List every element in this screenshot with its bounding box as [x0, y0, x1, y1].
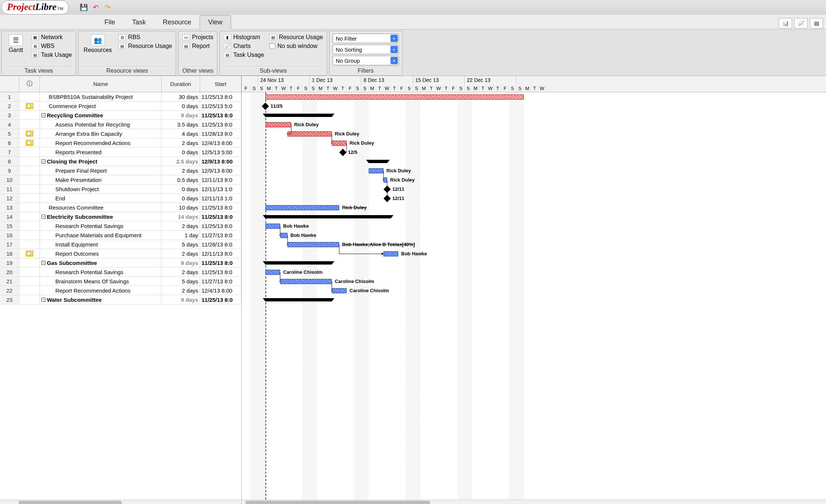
- cell-name[interactable]: −Recycling Committee: [40, 111, 162, 120]
- cell-start[interactable]: 12/4/13 8:00: [200, 286, 241, 295]
- wbs-button[interactable]: ⊞WBS: [31, 42, 73, 50]
- row-number[interactable]: 7: [0, 148, 19, 156]
- cell-name[interactable]: Report Recommended Actions: [40, 138, 162, 147]
- table-row[interactable]: 13Resources Committee10 days11/25/13 8:0: [0, 203, 241, 212]
- cell-duration[interactable]: 1 day: [162, 231, 200, 239]
- gantt-summary-bar[interactable]: [265, 261, 332, 265]
- row-number[interactable]: 22: [0, 286, 19, 295]
- subview-task-usage-button[interactable]: ▤Task Usage: [223, 51, 265, 59]
- row-number[interactable]: 17: [0, 240, 19, 249]
- table-row[interactable]: 11Shutdown Project0 days12/11/13 1:0: [0, 184, 241, 194]
- row-number[interactable]: 8: [0, 157, 19, 166]
- row-number[interactable]: 16: [0, 231, 19, 239]
- cell-duration[interactable]: 0 days: [162, 148, 200, 156]
- cell-start[interactable]: 11/28/13 8:0: [200, 129, 241, 138]
- cell-name[interactable]: −Closing the Project: [40, 157, 162, 166]
- gantt-milestone[interactable]: [339, 149, 347, 156]
- table-h-scrollbar[interactable]: [0, 500, 241, 504]
- filter-combo[interactable]: No Filter▾: [333, 34, 399, 43]
- cell-name[interactable]: Prepare Final Report: [40, 166, 162, 175]
- row-number[interactable]: 19: [0, 258, 19, 267]
- cell-name[interactable]: Research Potential Savings: [40, 221, 162, 230]
- cell-name[interactable]: Report Outcomes: [40, 249, 162, 258]
- subview-resource-usage-button[interactable]: ▤Resource Usage: [269, 34, 324, 41]
- tab-file[interactable]: File: [96, 15, 124, 30]
- gantt-summary-bar[interactable]: [369, 160, 387, 163]
- table-row[interactable]: 15Research Potential Savings2 days11/25/…: [0, 221, 241, 231]
- row-number[interactable]: 2: [0, 101, 19, 110]
- row-number[interactable]: 6: [0, 138, 19, 147]
- table-row[interactable]: 19−Gas Subcommittee9 days11/25/13 8:0: [0, 258, 241, 267]
- cell-name[interactable]: Report Recommended Actions: [40, 286, 162, 295]
- cell-duration[interactable]: 9 days: [162, 111, 200, 120]
- cell-start[interactable]: 12/4/13 8:00: [200, 138, 241, 147]
- table-row[interactable]: 17Install Equipment5 days11/28/13 8:0: [0, 240, 241, 249]
- row-number[interactable]: 18: [0, 249, 19, 258]
- col-header-indicator[interactable]: ⓘ: [19, 76, 40, 92]
- cell-duration[interactable]: 9 days: [162, 258, 200, 267]
- cell-name[interactable]: Assess Potential for Recycling: [40, 120, 162, 129]
- cell-name[interactable]: Research Potential Savings: [40, 267, 162, 276]
- table-row[interactable]: 14−Electricity Subcommittee14 days11/25/…: [0, 212, 241, 221]
- cell-duration[interactable]: 30 days: [162, 92, 200, 101]
- table-row[interactable]: 18Report Outcomes2 days12/11/13 8:0: [0, 249, 241, 258]
- table-row[interactable]: 20Research Potential Savings2 days11/25/…: [0, 267, 241, 277]
- row-number[interactable]: 20: [0, 267, 19, 276]
- gantt-task-bar[interactable]: [280, 233, 288, 238]
- cell-duration[interactable]: 0 days: [162, 101, 200, 110]
- outline-collapse-icon[interactable]: −: [41, 261, 45, 265]
- cell-duration[interactable]: 2 days: [162, 267, 200, 276]
- outline-collapse-icon[interactable]: −: [41, 113, 45, 117]
- chart-people-icon[interactable]: 📊: [779, 18, 792, 28]
- cell-name[interactable]: BSBPB510A Sustainability Project: [40, 92, 162, 101]
- gantt-button[interactable]: ☰ Gantt: [5, 33, 27, 55]
- gantt-summary-bar[interactable]: [265, 114, 332, 117]
- table-row[interactable]: 1BSBPB510A Sustainability Project30 days…: [0, 92, 241, 101]
- cell-duration[interactable]: 0 days: [162, 184, 200, 193]
- cell-name[interactable]: Arrange Extra Bin Capacity: [40, 129, 162, 138]
- cell-duration[interactable]: 14 days: [162, 212, 200, 221]
- group-combo[interactable]: No Group▾: [333, 56, 399, 65]
- task-usage-button[interactable]: ▤Task Usage: [31, 51, 73, 59]
- cell-name[interactable]: −Electricity Subcommittee: [40, 212, 162, 221]
- table-row[interactable]: 5Arrange Extra Bin Capacity4 days11/28/1…: [0, 129, 241, 138]
- cell-duration[interactable]: 2 days: [162, 286, 200, 295]
- table-row[interactable]: 10Make Presentation0.5 days12/11/13 8:0: [0, 175, 241, 184]
- tab-view[interactable]: View: [200, 15, 231, 30]
- cell-name[interactable]: Reports Presented: [40, 148, 162, 156]
- cell-start[interactable]: 11/28/13 8:0: [200, 240, 241, 249]
- gantt-task-bar[interactable]: [265, 205, 339, 210]
- sort-combo[interactable]: No Sorting▾: [333, 45, 399, 54]
- table-row[interactable]: 21Brainstorm Means Of Savings5 days11/27…: [0, 277, 241, 286]
- gantt-task-bar[interactable]: [369, 168, 383, 173]
- projects-button[interactable]: ▭Projects: [182, 34, 214, 41]
- cell-name[interactable]: Install Equipment: [40, 240, 162, 249]
- scrollbar-thumb[interactable]: [245, 501, 430, 504]
- charts-button[interactable]: 📈Charts: [223, 42, 265, 50]
- row-number[interactable]: 12: [0, 194, 19, 203]
- gantt-task-bar[interactable]: [332, 288, 347, 293]
- cell-name[interactable]: Brainstorm Means Of Savings: [40, 277, 162, 286]
- cell-start[interactable]: 12/11/13 8:0: [200, 249, 241, 258]
- cell-name[interactable]: −Gas Subcommittee: [40, 258, 162, 267]
- outline-collapse-icon[interactable]: −: [41, 215, 45, 219]
- cell-name[interactable]: Purchase Materials and Equipment: [40, 231, 162, 239]
- cell-name[interactable]: −Water Subcommittee: [40, 295, 162, 304]
- cell-start[interactable]: 11/25/13 8:0: [200, 120, 241, 129]
- save-icon[interactable]: 💾: [80, 3, 88, 11]
- gantt-task-bar[interactable]: [383, 251, 398, 256]
- row-number[interactable]: 3: [0, 111, 19, 120]
- gantt-task-bar[interactable]: [288, 131, 332, 137]
- cell-start[interactable]: 11/27/13 8:0: [200, 277, 241, 286]
- resources-button[interactable]: 👥 Resources: [82, 33, 114, 55]
- table-row[interactable]: 8−Closing the Project2.5 days12/9/13 8:0…: [0, 157, 241, 166]
- col-header-name[interactable]: Name: [40, 76, 162, 92]
- gantt-task-bar[interactable]: [332, 141, 347, 146]
- undo-icon[interactable]: ↶: [92, 3, 100, 11]
- cell-name[interactable]: Resources Committee: [40, 203, 162, 212]
- cell-duration[interactable]: 2 days: [162, 221, 200, 230]
- cell-start[interactable]: 12/9/13 8:00: [200, 157, 241, 166]
- cell-duration[interactable]: 2.5 days: [162, 157, 200, 166]
- row-number[interactable]: 23: [0, 295, 19, 304]
- table-row[interactable]: 16Purchase Materials and Equipment1 day1…: [0, 231, 241, 240]
